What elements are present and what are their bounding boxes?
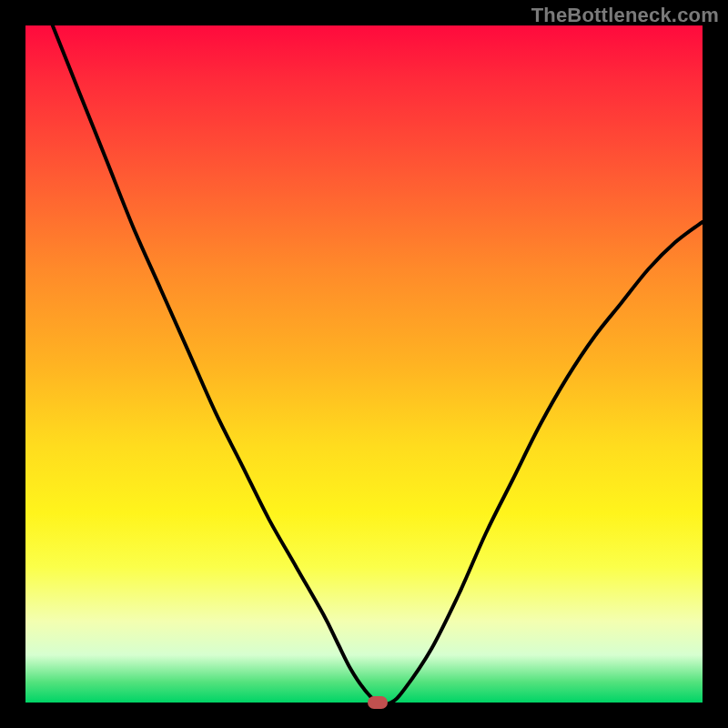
minimum-marker bbox=[368, 696, 388, 709]
curve-svg bbox=[25, 25, 703, 703]
plot-area bbox=[25, 25, 703, 703]
bottleneck-curve-path bbox=[53, 25, 703, 704]
watermark-text: TheBottleneck.com bbox=[531, 4, 719, 27]
chart-frame: TheBottleneck.com bbox=[0, 0, 728, 728]
